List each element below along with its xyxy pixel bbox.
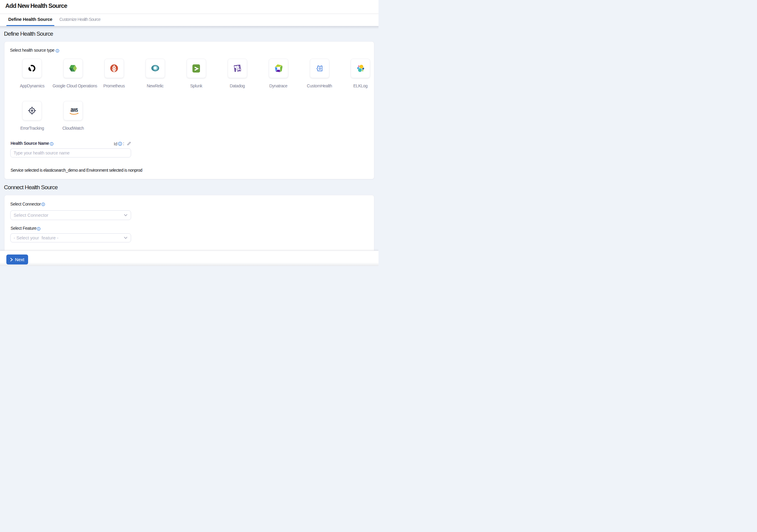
- svg-text:aws: aws: [70, 108, 78, 113]
